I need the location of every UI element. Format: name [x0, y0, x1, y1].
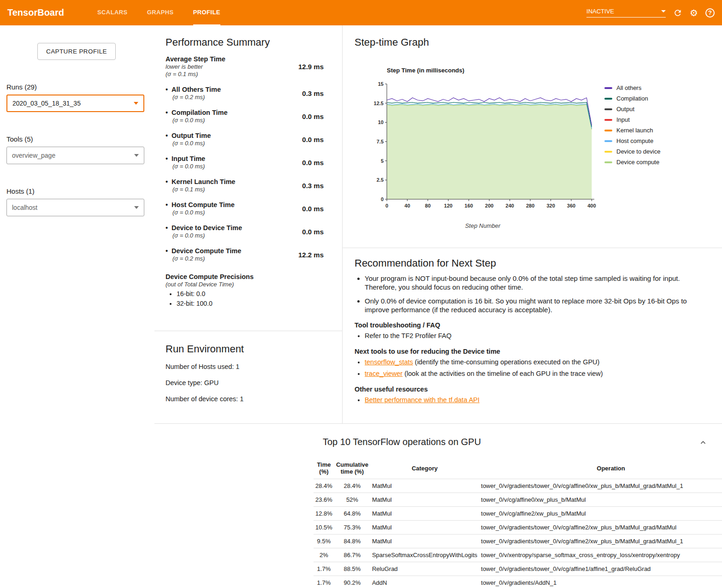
run-status-value: INACTIVE: [586, 8, 614, 15]
cell-category: MatMul: [370, 479, 479, 493]
help-icon[interactable]: ?: [705, 8, 715, 18]
perf-metric-row: •Output Time(σ = 0.0 ms)0.0 ms: [166, 131, 324, 147]
run-environment-line: Number of device cores: 1: [166, 395, 331, 403]
legend-label: Host compute: [616, 137, 653, 144]
bullet-icon: •: [166, 109, 168, 116]
precision-item: 32-bit: 100.0: [177, 300, 324, 307]
run-environment-lines: Number of Hosts used: 1Device type: GPUN…: [166, 363, 331, 403]
average-step-time-value: 12.9 ms: [298, 63, 324, 71]
svg-text:400: 400: [587, 203, 596, 208]
cell-operation: tower_0/v/gradients/AddN_1: [479, 576, 722, 588]
recommendation-bullets: Your program is NOT input-bound because …: [355, 274, 708, 314]
perf-metric-label: •Host Compute Time: [166, 201, 235, 209]
capture-profile-button[interactable]: CAPTURE PROFILE: [37, 43, 116, 60]
cell-cumulative: 75.3%: [334, 521, 370, 535]
cell-cumulative: 84.8%: [334, 535, 370, 548]
run-environment-line: Number of Hosts used: 1: [166, 363, 331, 370]
bullet-icon: •: [166, 86, 168, 93]
legend-swatch: [604, 87, 612, 89]
gear-icon[interactable]: ⚙: [690, 8, 698, 18]
performance-summary-title: Performance Summary: [166, 36, 324, 48]
perf-metric-row: •Device to Device Time(σ = 0.0 ms)0.0 ms: [166, 224, 324, 239]
next-tools-list: tensorflow_stats (identify the time-cons…: [355, 358, 708, 378]
trace-viewer-link[interactable]: trace_viewer: [365, 370, 402, 377]
svg-text:280: 280: [526, 203, 534, 208]
run-environment-title: Run Environment: [166, 343, 331, 355]
cell-category: MatMul: [370, 521, 479, 535]
other-resource-item: Better performance with the tf.data API: [365, 396, 708, 404]
run-status-dropdown[interactable]: INACTIVE: [586, 8, 666, 18]
perf-metric-value: 0.3 ms: [302, 182, 324, 190]
perf-metric-value: 0.0 ms: [302, 228, 324, 236]
perf-metric-row: •All Others Time(σ = 0.2 ms)0.3 ms: [166, 85, 324, 101]
perf-metric-label: •All Others Time: [166, 85, 221, 94]
cell-operation: tower_0/v/xentropy/sparse_softmax_cross_…: [479, 548, 722, 562]
tab-scalars[interactable]: SCALARS: [97, 0, 128, 25]
legend-swatch: [604, 140, 612, 142]
performance-summary-panel: Performance Summary Average Step Time lo…: [154, 25, 342, 331]
cell-category: MatMul: [370, 493, 479, 507]
legend-swatch: [604, 98, 612, 100]
legend-swatch: [604, 151, 612, 153]
tfdata-api-link[interactable]: Better performance with the tf.data API: [365, 396, 479, 404]
perf-metric-value: 0.0 ms: [302, 113, 324, 120]
legend-swatch: [604, 161, 612, 163]
bullet-icon: •: [166, 178, 168, 185]
bullet-icon: •: [166, 155, 168, 162]
legend-item: Compilation: [604, 95, 660, 102]
recommendation-bullet: Only 0.0% of device computation is 16 bi…: [365, 297, 708, 314]
svg-text:5: 5: [381, 158, 384, 164]
tools-dropdown[interactable]: overview_page: [6, 147, 144, 164]
refresh-icon[interactable]: [673, 8, 682, 18]
svg-text:7.5: 7.5: [377, 139, 384, 144]
cell-cumulative: 28.4%: [334, 479, 370, 493]
perf-metric-label: •Kernel Launch Time: [166, 178, 235, 186]
chevron-down-icon: [134, 102, 138, 105]
chart-title: Step Time (in milliseconds): [387, 67, 598, 74]
bullet-icon: •: [166, 132, 168, 139]
tab-graphs[interactable]: GRAPHS: [147, 0, 174, 25]
table-row: 1.7%88.5%ReluGradtower_0/v/gradients/tow…: [314, 562, 722, 576]
cell-time: 28.4%: [314, 479, 334, 493]
cell-cumulative: 86.7%: [334, 548, 370, 562]
legend-label: Kernel launch: [616, 127, 653, 134]
hosts-dropdown[interactable]: localhost: [6, 199, 144, 216]
tensorflow-stats-link[interactable]: tensorflow_stats: [365, 358, 413, 366]
table-row: 12.8%64.8%MatMultower_0/v/cg/affine2/xw_…: [314, 507, 722, 521]
perf-metric-label: •Device to Device Time: [166, 224, 242, 232]
top-ops-panel: Top 10 TensorFlow operations on GPU Time…: [154, 424, 722, 588]
col-operation: Operation: [479, 457, 722, 479]
perf-metric-sigma: (σ = 0.2 ms): [172, 94, 221, 101]
tab-profile[interactable]: PROFILE: [193, 0, 220, 25]
main-content: Performance Summary Average Step Time lo…: [154, 25, 722, 588]
legend-item: All others: [604, 84, 660, 91]
svg-text:80: 80: [425, 203, 431, 208]
faq-heading: Tool troubleshooting / FAQ: [355, 321, 708, 329]
collapse-icon[interactable]: [698, 438, 708, 449]
svg-text:160: 160: [465, 203, 473, 208]
tools-label: Tools (5): [6, 135, 148, 143]
nav-tabs: SCALARS GRAPHS PROFILE: [97, 0, 240, 25]
chart-legend: All othersCompilationOutputInputKernel l…: [604, 84, 660, 229]
precisions-title: Device Compute Precisions: [166, 273, 324, 281]
svg-text:0: 0: [385, 203, 388, 208]
cell-category: SparseSoftmaxCrossEntropyWithLogits: [370, 548, 479, 562]
app-header: TensorBoard SCALARS GRAPHS PROFILE INACT…: [0, 0, 722, 25]
runs-dropdown[interactable]: 2020_03_05_18_31_35: [6, 95, 144, 112]
legend-swatch: [604, 119, 612, 121]
cell-operation: tower_0/v/gradients/tower_0/v/cg/affine0…: [479, 479, 722, 493]
svg-text:120: 120: [444, 203, 452, 208]
legend-item: Device to device: [604, 148, 660, 155]
hosts-label: Hosts (1): [6, 187, 148, 195]
recommendation-panel: Recommendation for Next Step Your progra…: [343, 248, 722, 418]
cell-cumulative: 88.5%: [334, 562, 370, 576]
table-row: 2%86.7%SparseSoftmaxCrossEntropyWithLogi…: [314, 548, 722, 562]
perf-metric-sigma: (σ = 0.0 ms): [172, 163, 205, 170]
svg-text:40: 40: [404, 203, 410, 208]
cell-category: AddN: [370, 576, 479, 588]
average-step-time-sigma: (σ = 0.1 ms): [166, 71, 225, 78]
perf-metric-sigma: (σ = 0.0 ms): [172, 209, 235, 216]
cell-cumulative: 90.2%: [334, 576, 370, 588]
perf-metric-sigma: (σ = 0.1 ms): [172, 186, 235, 193]
perf-metric-label: •Input Time: [166, 154, 205, 163]
